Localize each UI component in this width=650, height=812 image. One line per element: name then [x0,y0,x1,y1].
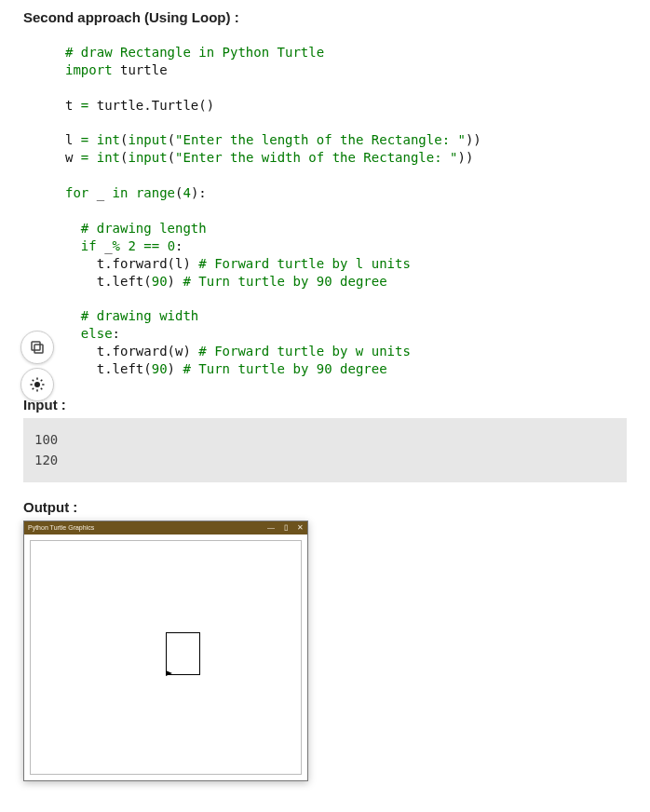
input-line: 120 [34,450,616,470]
output-label: Output : [23,499,627,515]
input-line: 100 [34,429,616,450]
turtle-window: Python Turtle Graphics — ▯ ✕ [23,521,308,781]
input-label: Input : [23,397,627,413]
window-title: Python Turtle Graphics [28,524,267,531]
window-close-button[interactable]: ✕ [297,523,304,532]
window-titlebar: Python Turtle Graphics — ▯ ✕ [24,521,307,535]
window-maximize-button[interactable]: ▯ [284,523,288,532]
svg-line-8 [41,388,43,390]
theme-toggle-button[interactable] [20,368,54,401]
canvas-container [24,535,307,780]
svg-rect-1 [32,342,40,350]
copy-button[interactable] [20,331,54,364]
turtle-cursor-icon [166,670,172,676]
drawn-rectangle [166,632,200,675]
window-minimize-button[interactable]: — [267,523,275,532]
code-content: # draw Rectangle in Python Turtle import… [65,44,627,378]
section-heading: Second approach (Using Loop) : [23,9,627,25]
svg-line-10 [41,380,43,382]
svg-line-7 [33,380,34,382]
code-block: # draw Rectangle in Python Turtle import… [65,44,627,378]
input-box: 100 120 [23,418,627,482]
svg-rect-0 [34,345,43,353]
copy-icon [29,339,46,356]
svg-line-9 [33,388,34,390]
gear-icon [29,376,46,393]
turtle-canvas [30,540,302,775]
svg-point-2 [34,382,40,387]
